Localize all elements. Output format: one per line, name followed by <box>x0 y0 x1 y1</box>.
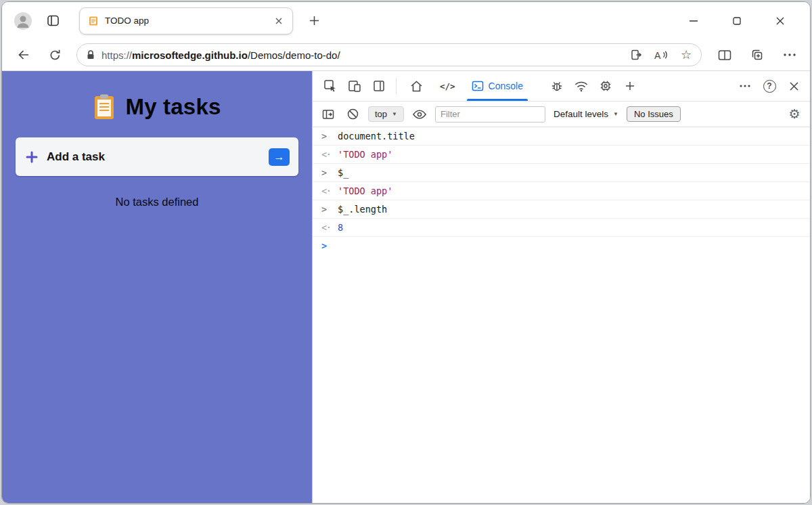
url-host: microsoftedge.github.io <box>132 49 248 61</box>
chevron-down-icon: ▼ <box>392 112 397 117</box>
svg-text:A: A <box>654 50 661 61</box>
add-tools-button[interactable] <box>618 71 642 101</box>
navigation-bar: https://microsoftedge.github.io/Demos/de… <box>2 39 810 71</box>
tab-close-button[interactable] <box>271 13 287 29</box>
close-devtools-button[interactable] <box>782 71 806 101</box>
read-aloud-icon: A <box>654 49 668 60</box>
window-controls <box>679 8 802 34</box>
console-input-text: document.title <box>338 131 415 141</box>
device-emulation-icon <box>348 79 361 93</box>
live-expression-button[interactable] <box>411 106 428 123</box>
address-bar[interactable]: https://microsoftedge.github.io/Demos/de… <box>76 43 702 66</box>
add-favorite-button[interactable]: ☆ <box>677 45 696 64</box>
arrow-right-icon: → <box>274 152 285 162</box>
chip-icon <box>599 79 612 93</box>
inspect-element-button[interactable] <box>318 71 342 101</box>
close-icon <box>790 82 798 91</box>
console-result-number: 8 <box>338 222 343 233</box>
send-to-devices-button[interactable] <box>627 45 646 64</box>
code-icon: </> <box>440 81 455 91</box>
log-levels-dropdown[interactable]: Default levels ▼ <box>552 109 620 119</box>
console-result-arrow-icon: <· <box>321 149 332 160</box>
gear-icon: ⚙ <box>788 108 800 120</box>
console-result-arrow-icon: <· <box>321 185 332 196</box>
console-settings-button[interactable]: ⚙ <box>786 106 803 123</box>
console-input-chevron-icon: > <box>321 204 332 215</box>
tab-console[interactable]: Console <box>464 71 531 101</box>
add-task-label: Add a task <box>47 150 260 164</box>
more-dots-icon <box>784 53 796 56</box>
block-icon <box>346 108 359 120</box>
issues-bug-button[interactable] <box>545 71 569 101</box>
todo-app-panel: My tasks Add a task → No tasks defined <box>2 71 312 503</box>
help-icon: ? <box>763 80 776 93</box>
split-screen-button[interactable] <box>714 43 736 67</box>
toolbar-separator <box>396 78 397 94</box>
minimize-button[interactable] <box>679 8 708 34</box>
devtools-panel: </> Console <box>312 71 810 503</box>
close-window-button[interactable] <box>765 8 795 34</box>
bug-icon <box>550 79 564 93</box>
profile-button[interactable] <box>10 8 36 34</box>
empty-state-message: No tasks defined <box>2 196 312 208</box>
console-input-row: > $_.length <box>313 200 810 219</box>
url-scheme: https:// <box>102 49 132 61</box>
read-aloud-button[interactable]: A <box>652 45 671 64</box>
page-title: My tasks <box>125 94 221 120</box>
tab-actions-icon <box>47 14 60 27</box>
tab-welcome[interactable] <box>401 71 432 101</box>
page-content: My tasks Add a task → No tasks defined <box>2 71 810 503</box>
split-screen-icon <box>718 49 731 61</box>
console-log: > document.title <· 'TODO app' > $_ <· '… <box>313 127 810 503</box>
performance-chip-button[interactable] <box>593 71 618 101</box>
network-conditions-button[interactable] <box>569 71 593 101</box>
console-input-row: > $_ <box>313 164 810 182</box>
collections-button[interactable] <box>746 43 768 67</box>
help-glyph: ? <box>767 81 771 91</box>
add-task-field[interactable]: Add a task → <box>16 137 298 176</box>
chevron-down-icon: ▼ <box>613 112 618 117</box>
maximize-button[interactable] <box>722 8 752 34</box>
more-dots-icon <box>740 85 750 87</box>
clear-console-button[interactable] <box>344 106 361 123</box>
browser-menu-button[interactable] <box>779 43 800 67</box>
submit-task-button[interactable]: → <box>269 148 290 166</box>
plus-icon <box>625 81 635 91</box>
notepad-favicon-icon <box>88 16 99 26</box>
new-tab-button[interactable] <box>302 9 325 32</box>
back-arrow-icon <box>17 48 30 62</box>
tab-sources[interactable]: </> <box>432 71 464 101</box>
tab-title: TODO app <box>105 16 265 26</box>
toolbar-actions <box>711 43 800 67</box>
console-sidebar-toggle-button[interactable] <box>319 106 337 123</box>
console-toolbar: top ▼ Default levels ▼ No Issues ⚙ <box>313 102 810 127</box>
console-input-chevron-icon: > <box>321 167 332 178</box>
close-icon <box>776 17 784 25</box>
refresh-button[interactable] <box>43 43 67 67</box>
console-result-string: 'TODO app' <box>338 185 392 196</box>
extra-tools-group <box>545 71 642 101</box>
url-text: https://microsoftedge.github.io/Demos/de… <box>102 49 621 61</box>
console-prompt-row[interactable]: > <box>313 237 810 255</box>
javascript-context-selector[interactable]: top ▼ <box>368 106 404 122</box>
devtools-window-actions: ? <box>733 71 810 101</box>
device-emulation-button[interactable] <box>342 71 367 101</box>
site-info-button[interactable] <box>86 49 95 60</box>
clipboard-icon <box>93 94 116 120</box>
tab-actions-button[interactable] <box>41 9 64 32</box>
browser-tab[interactable]: TODO app <box>79 7 293 35</box>
filter-input[interactable] <box>435 106 545 123</box>
wifi-icon <box>574 79 589 93</box>
plus-icon <box>309 16 319 26</box>
devtools-help-button[interactable]: ? <box>757 71 782 101</box>
eye-icon <box>412 108 427 120</box>
back-button[interactable] <box>12 43 36 67</box>
console-result-row: <· 'TODO app' <box>313 182 810 200</box>
devtools-more-button[interactable] <box>733 71 757 101</box>
dock-side-button[interactable] <box>367 71 391 101</box>
send-to-devices-icon <box>630 49 642 61</box>
console-tab-label: Console <box>489 81 523 91</box>
maximize-icon <box>733 17 741 25</box>
console-input-chevron-icon: > <box>321 131 332 141</box>
no-issues-button[interactable]: No Issues <box>627 106 681 122</box>
